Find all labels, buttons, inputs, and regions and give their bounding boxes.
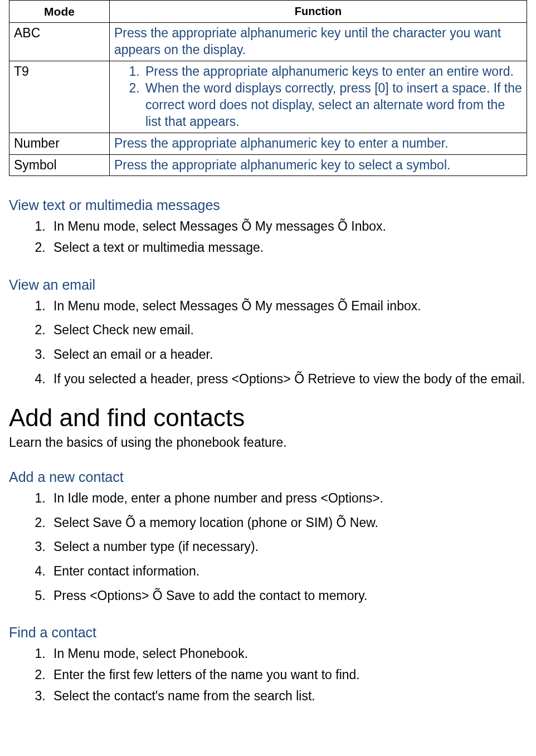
list-item: Select an email or a header. xyxy=(49,345,527,365)
function-cell: Press the appropriate alphanumeric key t… xyxy=(110,133,527,154)
heading-add-contact: Add a new contact xyxy=(9,469,527,485)
table-row: ABC Press the appropriate alphanumeric k… xyxy=(9,23,527,61)
list-item: Select the contact's name from the searc… xyxy=(49,686,527,706)
find-contact-steps: In Menu mode, select Phonebook. Enter th… xyxy=(9,644,527,706)
list-item: Enter contact information. xyxy=(49,562,527,582)
list-item: In Menu mode, select Messages Õ My messa… xyxy=(49,296,527,316)
mode-cell: Number xyxy=(9,133,110,154)
list-item: Select a text or multimedia message. xyxy=(49,238,527,258)
function-cell: Press the appropriate alphanumeric keys … xyxy=(110,61,527,133)
list-item: In Menu mode, select Messages Õ My messa… xyxy=(49,217,527,237)
function-cell: Press the appropriate alphanumeric key t… xyxy=(110,154,527,176)
heading-view-messages: View text or multimedia messages xyxy=(9,197,527,213)
mode-cell: T9 xyxy=(9,61,110,133)
heading-find-contact: Find a contact xyxy=(9,625,527,641)
table-row: Symbol Press the appropriate alphanumeri… xyxy=(9,154,527,176)
document-page: Mode Function ABC Press the appropriate … xyxy=(0,0,536,724)
list-item: Select Save Õ a memory location (phone o… xyxy=(49,513,527,533)
table-row: Number Press the appropriate alphanumeri… xyxy=(9,133,527,154)
list-item: Select Check new email. xyxy=(49,320,527,340)
view-messages-steps: In Menu mode, select Messages Õ My messa… xyxy=(9,217,527,257)
t9-steps-list: Press the appropriate alphanumeric keys … xyxy=(114,64,522,130)
mode-cell: Symbol xyxy=(9,154,110,176)
list-item: In Idle mode, enter a phone number and p… xyxy=(49,489,527,509)
mode-cell: ABC xyxy=(9,23,110,61)
list-item: If you selected a header, press <Options… xyxy=(49,369,527,389)
list-item: When the word displays correctly, press … xyxy=(143,80,522,130)
table-header-row: Mode Function xyxy=(9,1,527,23)
header-function: Function xyxy=(110,1,527,23)
function-cell: Press the appropriate alphanumeric key u… xyxy=(110,23,527,61)
mode-function-table: Mode Function ABC Press the appropriate … xyxy=(9,0,527,176)
list-item: Select a number type (if necessary). xyxy=(49,537,527,557)
view-email-steps: In Menu mode, select Messages Õ My messa… xyxy=(9,296,527,389)
table-row: T9 Press the appropriate alphanumeric ke… xyxy=(9,61,527,133)
list-item: In Menu mode, select Phonebook. xyxy=(49,644,527,664)
list-item: Press the appropriate alphanumeric keys … xyxy=(143,64,522,80)
heading-add-find-contacts: Add and find contacts xyxy=(9,403,527,433)
heading-view-email: View an email xyxy=(9,277,527,293)
header-mode: Mode xyxy=(9,1,110,23)
add-contact-steps: In Idle mode, enter a phone number and p… xyxy=(9,489,527,606)
list-item: Enter the first few letters of the name … xyxy=(49,665,527,685)
contacts-subtitle: Learn the basics of using the phonebook … xyxy=(9,435,527,450)
list-item: Press <Options> Õ Save to add the contac… xyxy=(49,586,527,606)
